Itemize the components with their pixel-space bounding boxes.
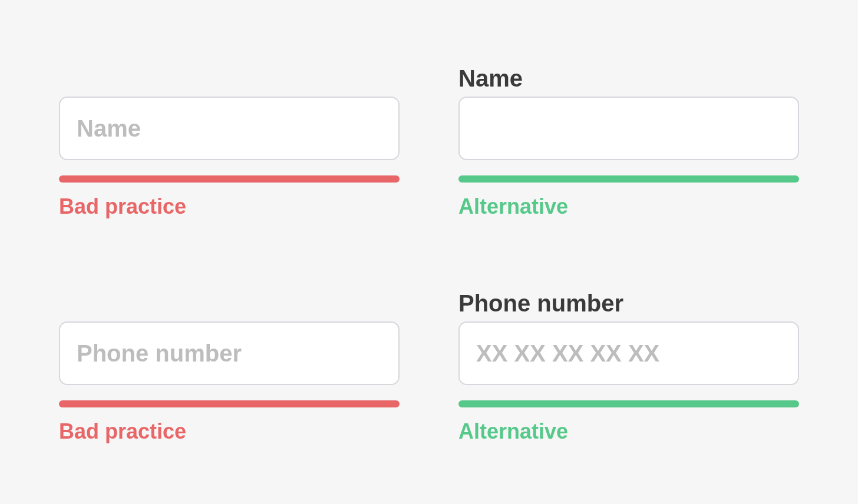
example-bad-phone: Bad practice xyxy=(59,284,400,444)
verdict-good: Alternative xyxy=(458,419,799,444)
name-input-bad[interactable] xyxy=(59,97,400,160)
verdict-bad: Bad practice xyxy=(59,194,400,219)
comparison-grid: Bad practice Name Alternative Bad practi… xyxy=(59,59,799,444)
phone-input-bad[interactable] xyxy=(59,321,400,385)
rule-good xyxy=(458,175,799,183)
rule-bad xyxy=(59,400,400,407)
label-slot-empty xyxy=(59,284,400,319)
rule-good xyxy=(458,400,799,407)
example-bad-name: Bad practice xyxy=(59,59,400,219)
verdict-bad: Bad practice xyxy=(59,419,400,444)
label-slot-empty xyxy=(59,59,400,94)
name-input-good[interactable] xyxy=(458,97,799,160)
phone-label: Phone number xyxy=(458,290,623,319)
verdict-good: Alternative xyxy=(458,194,799,219)
rule-bad xyxy=(59,175,400,183)
name-label: Name xyxy=(458,65,523,94)
example-good-phone: Phone number Alternative xyxy=(458,284,799,444)
label-slot: Name xyxy=(458,59,799,94)
example-good-name: Name Alternative xyxy=(458,59,799,219)
label-slot: Phone number xyxy=(458,284,799,319)
phone-input-good[interactable] xyxy=(458,321,799,385)
